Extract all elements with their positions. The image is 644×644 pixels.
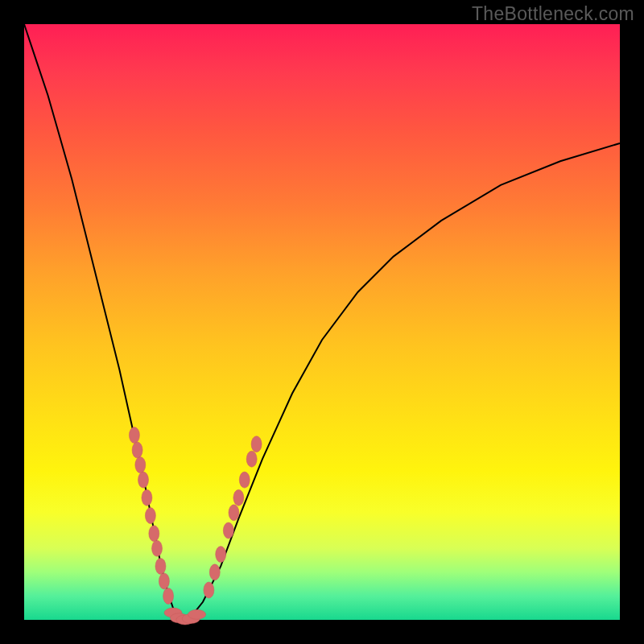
data-marker <box>159 573 169 589</box>
data-marker <box>132 442 142 458</box>
data-marker <box>188 609 206 619</box>
data-marker <box>204 582 214 598</box>
data-marker <box>155 558 166 574</box>
data-marker <box>251 436 262 452</box>
data-marker <box>223 522 233 539</box>
data-marker <box>233 489 244 506</box>
data-markers <box>129 427 262 625</box>
data-marker <box>209 564 220 580</box>
data-marker <box>135 457 146 473</box>
data-marker <box>152 540 163 556</box>
data-marker <box>239 472 250 488</box>
plot-area <box>24 24 620 620</box>
curve-svg <box>24 24 620 620</box>
data-marker <box>163 588 174 604</box>
data-marker <box>142 489 152 506</box>
bottleneck-curve <box>24 24 620 620</box>
chart-frame: TheBottleneck.com <box>0 0 644 644</box>
data-marker <box>229 505 239 521</box>
watermark-text: TheBottleneck.com <box>472 3 634 25</box>
data-marker <box>129 427 139 444</box>
data-marker <box>145 508 155 524</box>
data-marker <box>246 451 257 467</box>
data-marker <box>149 526 159 542</box>
data-marker <box>216 547 226 563</box>
data-marker <box>138 472 149 488</box>
